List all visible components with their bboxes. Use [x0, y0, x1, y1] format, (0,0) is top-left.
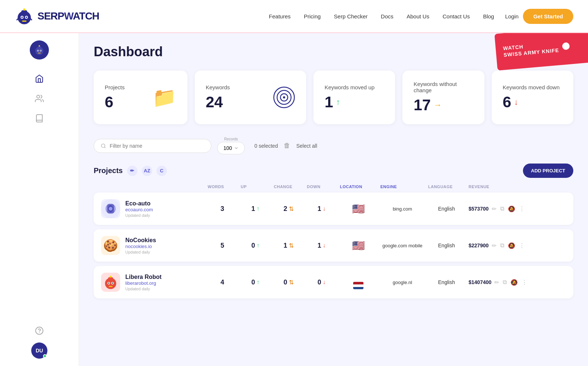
col-change: CHANGE	[274, 184, 303, 189]
az-sort-button[interactable]: AZ	[142, 166, 152, 176]
copy-icon[interactable]: ⧉	[503, 279, 507, 286]
swiss-banner-dot	[562, 42, 570, 50]
nav-about-us[interactable]: About Us	[407, 13, 430, 19]
records-select[interactable]: 100	[217, 142, 245, 154]
project-update-eco-auto: Updated daily	[125, 213, 153, 218]
edit-icon[interactable]: ✏	[492, 205, 496, 212]
copy-icon[interactable]: ⧉	[500, 205, 504, 212]
svg-rect-11	[37, 46, 41, 50]
table-row: Libera Robot liberarobot.org Updated dai…	[94, 266, 573, 298]
mute-icon[interactable]: 🔕	[508, 205, 515, 212]
project-name-libera-robot: Libera Robot	[125, 274, 162, 280]
no-change-value: 17	[413, 96, 431, 114]
svg-point-2	[23, 8, 25, 11]
svg-point-6	[26, 17, 27, 18]
mute-icon[interactable]: 🔕	[510, 279, 518, 286]
top-navigation: SERPWATCH Features Pricing Serp Checker …	[0, 0, 588, 33]
libera-robot-flag	[340, 275, 377, 289]
svg-point-24	[283, 96, 285, 98]
nocookies-revenue: $227900	[469, 243, 489, 248]
nocookies-up: 0 ↑	[241, 242, 270, 250]
get-started-button[interactable]: Get Started	[523, 9, 573, 24]
edit-icon-button[interactable]: ✏	[127, 166, 137, 176]
no-change-label: Keywords without change	[413, 81, 473, 93]
search-icon	[101, 143, 106, 149]
project-update-libera-robot: Updated daily	[125, 287, 162, 291]
edit-icon[interactable]: ✏	[492, 242, 496, 249]
svg-rect-7	[22, 21, 26, 22]
sidebar: DU	[0, 33, 79, 366]
col-language: LANGUAGE	[428, 184, 465, 189]
nav-pricing[interactable]: Pricing	[304, 13, 321, 19]
down-arrow: ↓	[323, 205, 326, 212]
more-icon[interactable]: ⋮	[519, 242, 525, 249]
bullseye-icon	[273, 86, 295, 108]
up-arrow: ↑	[257, 205, 259, 212]
svg-rect-33	[108, 277, 113, 281]
edit-icon[interactable]: ✏	[494, 279, 499, 286]
nav-blog[interactable]: Blog	[483, 13, 494, 19]
libera-robot-language: English	[428, 279, 465, 285]
logo-text: SERPWATCH	[37, 10, 99, 22]
projects-stat-card: Projects 6 📁	[94, 71, 187, 124]
projects-section-title: Projects	[94, 166, 123, 175]
eco-auto-up: 1 ↑	[241, 205, 270, 213]
project-update-nocookies: Updated daily	[125, 250, 156, 254]
more-icon[interactable]: ⋮	[519, 205, 525, 212]
libera-robot-revenue: $1407400	[469, 279, 491, 285]
sidebar-help-icon[interactable]	[31, 323, 47, 339]
chevron-down-icon	[234, 146, 239, 150]
libera-robot-down: 0 ↓	[307, 279, 336, 286]
libera-robot-engine: google.nl	[380, 280, 424, 285]
svg-point-12	[39, 45, 40, 47]
project-url-libera-robot[interactable]: liberarobot.org	[125, 280, 162, 286]
sidebar-item-home[interactable]	[31, 71, 47, 87]
select-all-button[interactable]: Select all	[296, 143, 317, 149]
keywords-stat-card: Keywords 24	[195, 71, 306, 124]
projects-value: 6	[105, 93, 125, 111]
stat-cards-row: Projects 6 📁 Keywords 24	[94, 71, 573, 124]
sidebar-user-avatar[interactable]: DU	[31, 342, 47, 359]
mute-icon[interactable]: 🔕	[508, 242, 515, 249]
sidebar-item-docs[interactable]	[31, 110, 47, 126]
svg-point-15	[37, 50, 38, 51]
libera-robot-up: 0 ↑	[241, 279, 270, 286]
nav-contact-us[interactable]: Contact Us	[442, 13, 470, 19]
keywords-value: 24	[206, 93, 230, 111]
moved-down-value: 6	[503, 93, 511, 111]
swiss-army-banner[interactable]: WATCH SWISS ARMY KNIFE	[494, 33, 588, 71]
svg-point-37	[108, 283, 109, 284]
search-box	[94, 139, 211, 153]
logo[interactable]: SERPWATCH	[15, 7, 99, 26]
filter-c-button[interactable]: C	[157, 166, 167, 176]
nav-docs[interactable]: Docs	[381, 13, 393, 19]
nocookies-flag: 🇺🇸	[340, 240, 377, 252]
nav-features[interactable]: Features	[269, 13, 291, 19]
eco-auto-change: 2 ⇅	[274, 205, 303, 213]
nocookies-down: 1 ↓	[307, 242, 336, 250]
selected-count: 0 selected	[254, 143, 278, 149]
svg-point-31	[109, 207, 112, 211]
copy-icon[interactable]: ⧉	[500, 242, 504, 249]
sidebar-logo-avatar	[30, 40, 49, 60]
login-button[interactable]: Login	[505, 13, 519, 19]
project-url-eco-auto[interactable]: ecoauro.com	[125, 207, 153, 212]
add-project-button[interactable]: ADD PROJECT	[523, 164, 573, 178]
sidebar-item-users[interactable]	[31, 90, 47, 107]
nocookies-language: English	[428, 243, 465, 248]
eco-auto-language: English	[428, 206, 465, 212]
libera-robot-actions: ✏ ⧉ 🔕 ⋮	[494, 279, 527, 286]
projects-label: Projects	[105, 84, 125, 90]
eco-auto-words: 3	[208, 205, 237, 213]
nav-serp-checker[interactable]: Serp Checker	[334, 13, 368, 19]
col-location[interactable]: LOCATION	[340, 184, 377, 189]
libera-robot-words: 4	[208, 279, 237, 286]
search-input[interactable]	[110, 143, 204, 149]
moved-down-stat-card: Keywords moved down 6 ↓	[492, 71, 573, 124]
project-url-nocookies[interactable]: nocookies.io	[125, 244, 156, 249]
col-words: WORDS	[208, 184, 237, 189]
netherlands-flag-icon	[353, 282, 363, 289]
col-engine[interactable]: ENGINE	[380, 184, 424, 189]
trash-icon[interactable]: 🗑	[284, 142, 290, 150]
more-icon[interactable]: ⋮	[521, 279, 527, 286]
